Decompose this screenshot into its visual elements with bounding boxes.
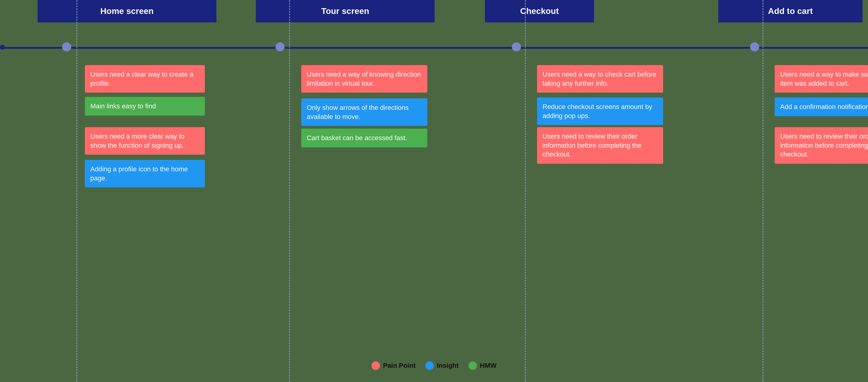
dashed-line-1: [289, 0, 290, 382]
legend-dot-0: [372, 361, 380, 370]
timeline-node-2: [512, 42, 521, 51]
card-5: Only show arrows of the directions avail…: [301, 98, 427, 126]
card-0: Users need a clear way to create a profi…: [85, 65, 205, 93]
card-8: Reduce checkout screens amount by adding…: [537, 98, 663, 125]
legend-item-0: Pain Point: [372, 361, 416, 370]
screen-header-0: Home screen: [38, 0, 216, 23]
card-9: Users need to review their order informa…: [537, 127, 663, 164]
timeline-left-dot: [0, 45, 5, 49]
dashed-line-3: [763, 0, 764, 382]
legend-label-1: Insight: [437, 362, 459, 370]
dashed-line-2: [525, 0, 526, 382]
card-12: Users need to review their order informa…: [775, 127, 868, 164]
legend-dot-1: [425, 361, 434, 370]
card-10: Users need a way to make sure that the i…: [775, 65, 868, 93]
card-6: Cart basket can be accessed fast.: [301, 129, 427, 147]
card-7: Users need a way to check cart before ta…: [537, 65, 663, 93]
screen-header-1: Tour screen: [256, 0, 435, 23]
screen-header-3: Add to cart: [718, 0, 863, 23]
legend-label-2: HMW: [480, 362, 496, 370]
legend-label-0: Pain Point: [383, 362, 416, 370]
legend: Pain PointInsightHMW: [372, 361, 497, 370]
legend-dot-2: [468, 361, 477, 370]
timeline-node-3: [750, 42, 759, 51]
dashed-line-0: [76, 0, 77, 382]
card-11: Add a confirmation notification.: [775, 98, 868, 116]
timeline-node-1: [276, 42, 285, 51]
timeline-node-0: [62, 42, 71, 51]
timeline-line: [0, 47, 868, 49]
legend-item-2: HMW: [468, 361, 496, 370]
screen-header-2: Checkout: [485, 0, 594, 23]
card-3: Adding a profile icon to the home page.: [85, 160, 205, 187]
card-1: Main links easy to find: [85, 97, 205, 116]
card-4: Users need a way of knowing direction li…: [301, 65, 427, 93]
card-2: Users need a more clear way to show the …: [85, 127, 205, 155]
legend-item-1: Insight: [425, 361, 459, 370]
